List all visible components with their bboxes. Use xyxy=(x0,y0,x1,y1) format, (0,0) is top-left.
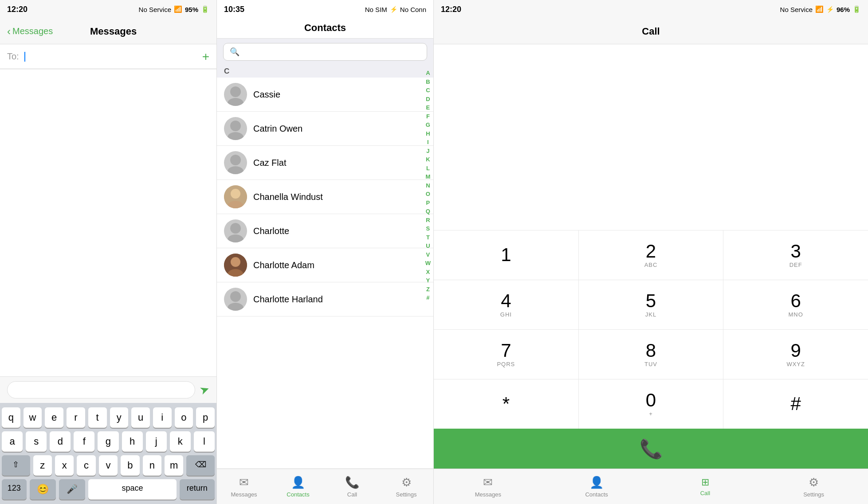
key-h[interactable]: h xyxy=(122,431,143,452)
recipient-input[interactable] xyxy=(24,51,202,62)
dial-btn-2[interactable]: 2 ABC xyxy=(579,231,724,280)
contact-item-chanella-windust[interactable]: Chanella Windust xyxy=(217,180,433,214)
alpha-U[interactable]: U xyxy=(424,242,432,250)
alpha-M[interactable]: M xyxy=(424,172,432,181)
alpha-L[interactable]: L xyxy=(424,164,432,173)
key-z[interactable]: z xyxy=(33,455,52,476)
key-b[interactable]: b xyxy=(121,455,139,476)
key-l[interactable]: l xyxy=(194,431,215,452)
key-i[interactable]: i xyxy=(153,407,172,428)
alpha-Y[interactable]: Y xyxy=(424,276,432,285)
send-button[interactable]: ➤ xyxy=(197,382,211,398)
alpha-T[interactable]: T xyxy=(424,233,432,242)
key-a[interactable]: a xyxy=(2,431,23,452)
alpha-R[interactable]: R xyxy=(424,216,432,225)
tab-messages-call[interactable]: ✉ Messages xyxy=(434,469,542,504)
alpha-B[interactable]: B xyxy=(424,78,432,86)
alpha-X[interactable]: X xyxy=(424,268,432,277)
tab-settings-call[interactable]: ⚙ Settings xyxy=(759,469,868,504)
search-bar[interactable]: 🔍 xyxy=(223,43,427,61)
key-n[interactable]: n xyxy=(143,455,161,476)
alpha-S[interactable]: S xyxy=(424,224,432,233)
avatar-caz-flat xyxy=(224,151,247,174)
key-s[interactable]: s xyxy=(26,431,47,452)
key-g[interactable]: g xyxy=(98,431,118,452)
dial-btn-8[interactable]: 8 TUV xyxy=(579,330,724,379)
key-u[interactable]: u xyxy=(131,407,150,428)
contact-item-charlotte-adam[interactable]: Charlotte Adam xyxy=(217,248,433,282)
key-j[interactable]: j xyxy=(146,431,167,452)
key-t[interactable]: t xyxy=(88,407,107,428)
dial-btn-7[interactable]: 7 PQRS xyxy=(434,330,579,379)
key-d[interactable]: d xyxy=(50,431,71,452)
dial-btn-star[interactable]: * xyxy=(434,379,579,429)
alpha-C[interactable]: C xyxy=(424,86,432,95)
tab-call-contacts[interactable]: 📞 Call xyxy=(325,469,379,504)
key-e[interactable]: e xyxy=(45,407,63,428)
dial-btn-1[interactable]: 1 xyxy=(434,231,579,280)
alpha-E[interactable]: E xyxy=(424,103,432,112)
key-p[interactable]: p xyxy=(196,407,215,428)
dial-btn-6[interactable]: 6 MNO xyxy=(723,280,868,329)
key-c[interactable]: c xyxy=(77,455,95,476)
alpha-D[interactable]: D xyxy=(424,95,432,104)
alpha-A[interactable]: A xyxy=(424,69,432,78)
tab-call-call[interactable]: ⊞ Call xyxy=(651,469,760,504)
contact-item-charlotte-harland[interactable]: Charlotte Harland xyxy=(217,282,433,316)
emoji-key[interactable]: 😊 xyxy=(30,479,56,500)
dial-btn-0[interactable]: 0 + xyxy=(579,379,724,429)
search-input[interactable] xyxy=(244,47,420,57)
contact-item-caz-flat[interactable]: Caz Flat xyxy=(217,146,433,180)
alpha-N[interactable]: N xyxy=(424,181,432,190)
alpha-G[interactable]: G xyxy=(424,121,432,129)
contact-item-cassie[interactable]: Cassie xyxy=(217,78,433,112)
dial-btn-9[interactable]: 9 WXYZ xyxy=(723,330,868,379)
contact-item-charlotte[interactable]: Charlotte xyxy=(217,214,433,248)
key-m[interactable]: m xyxy=(165,455,183,476)
alpha-V[interactable]: V xyxy=(424,250,432,259)
key-o[interactable]: o xyxy=(175,407,193,428)
dial-btn-3[interactable]: 3 DEF xyxy=(723,231,868,280)
dial-btn-5[interactable]: 5 JKL xyxy=(579,280,724,329)
alpha-P[interactable]: P xyxy=(424,199,432,207)
add-recipient-button[interactable]: + xyxy=(202,50,209,64)
return-key[interactable]: return xyxy=(180,479,215,500)
alpha-I[interactable]: I xyxy=(425,138,431,147)
dial-row-4: * 0 + # xyxy=(434,379,868,429)
space-key[interactable]: space xyxy=(88,479,176,500)
dial-btn-hash[interactable]: # xyxy=(723,379,868,429)
shift-key[interactable]: ⇧ xyxy=(2,455,30,476)
alpha-Q[interactable]: Q xyxy=(424,207,432,216)
key-y[interactable]: y xyxy=(110,407,129,428)
back-button-messages[interactable]: ‹ Messages xyxy=(7,25,53,38)
key-q[interactable]: q xyxy=(2,407,20,428)
alpha-hash[interactable]: # xyxy=(424,293,431,302)
status-right-contacts: No SIM ⚡ No Conn xyxy=(365,6,426,13)
dial-row-1: 1 2 ABC 3 DEF xyxy=(434,231,868,280)
key-k[interactable]: k xyxy=(170,431,191,452)
num-switch-key[interactable]: 123 xyxy=(2,479,27,500)
alpha-O[interactable]: O xyxy=(424,190,432,199)
dial-num-6: 6 xyxy=(791,292,801,310)
key-r[interactable]: r xyxy=(67,407,85,428)
alpha-K[interactable]: K xyxy=(424,155,432,164)
key-f[interactable]: f xyxy=(74,431,94,452)
alpha-W[interactable]: W xyxy=(424,259,432,268)
dial-btn-4[interactable]: 4 GHI xyxy=(434,280,579,329)
backspace-key[interactable]: ⌫ xyxy=(186,455,215,476)
key-v[interactable]: v xyxy=(99,455,118,476)
alpha-J[interactable]: J xyxy=(424,147,431,156)
message-input[interactable] xyxy=(7,381,195,399)
tab-contacts-call[interactable]: 👤 Contacts xyxy=(542,469,651,504)
alpha-Z[interactable]: Z xyxy=(424,285,432,294)
alpha-F[interactable]: F xyxy=(424,112,432,121)
call-button[interactable]: 📞 xyxy=(434,429,868,469)
alpha-H[interactable]: H xyxy=(424,129,432,138)
key-x[interactable]: x xyxy=(55,455,74,476)
contact-item-catrin-owen[interactable]: Catrin Owen xyxy=(217,112,433,146)
key-w[interactable]: w xyxy=(24,407,42,428)
tab-settings-contacts[interactable]: ⚙ Settings xyxy=(379,469,433,504)
tab-contacts-contacts[interactable]: 👤 Contacts xyxy=(271,469,325,504)
tab-messages-contacts[interactable]: ✉ Messages xyxy=(217,469,271,504)
mic-key[interactable]: 🎤 xyxy=(59,479,85,500)
